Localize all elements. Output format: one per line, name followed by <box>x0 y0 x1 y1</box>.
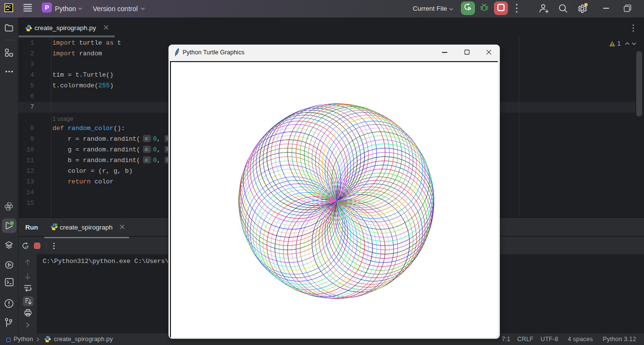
svg-text:PC: PC <box>6 5 11 9</box>
